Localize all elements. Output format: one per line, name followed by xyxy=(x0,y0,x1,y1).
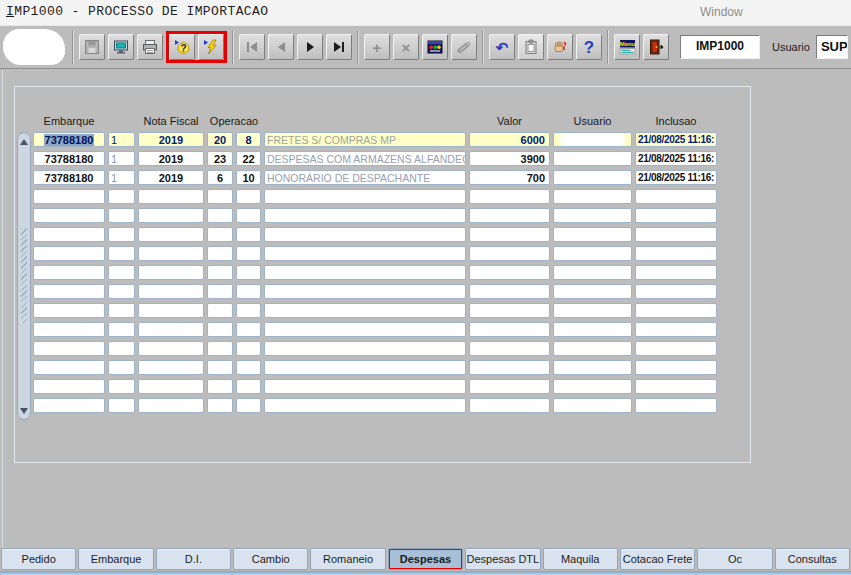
first-record-button[interactable] xyxy=(239,34,265,60)
cell-usuario[interactable] xyxy=(553,284,632,299)
cell-inclusao[interactable] xyxy=(635,284,717,299)
cell-descricao[interactable] xyxy=(264,246,466,261)
tab-consultas[interactable]: Consultas xyxy=(775,548,850,570)
cell-valor[interactable]: 6000 xyxy=(469,132,550,147)
cell-valor[interactable] xyxy=(469,379,550,394)
cell-operacao-1[interactable] xyxy=(207,227,233,242)
cell-inclusao[interactable]: 21/08/2025 11:16: xyxy=(635,170,717,185)
cell-operacao-1[interactable] xyxy=(207,360,233,375)
cell-usuario[interactable] xyxy=(553,132,632,147)
cell-operacao-2[interactable] xyxy=(236,360,261,375)
print-button[interactable] xyxy=(137,34,163,60)
cell-usuario[interactable] xyxy=(553,360,632,375)
cell-inclusao[interactable] xyxy=(635,322,717,337)
cell-nota-fiscal[interactable] xyxy=(138,227,204,242)
cell-operacao-1[interactable] xyxy=(207,189,233,204)
cell-inclusao[interactable] xyxy=(635,398,717,413)
cell-seq[interactable] xyxy=(108,379,135,394)
cell-nota-fiscal[interactable]: 2019 xyxy=(138,132,204,147)
cell-embarque[interactable] xyxy=(33,265,105,280)
cell-operacao-1[interactable] xyxy=(207,398,233,413)
cell-inclusao[interactable] xyxy=(635,360,717,375)
save-button[interactable] xyxy=(79,34,105,60)
cell-valor[interactable] xyxy=(469,246,550,261)
cell-descricao[interactable] xyxy=(264,284,466,299)
edit-form-button[interactable] xyxy=(422,34,448,60)
cell-seq[interactable] xyxy=(108,303,135,318)
cell-valor[interactable]: 700 xyxy=(469,170,550,185)
cell-nota-fiscal[interactable] xyxy=(138,208,204,223)
cell-descricao[interactable] xyxy=(264,227,466,242)
cell-embarque[interactable] xyxy=(33,208,105,223)
tab-pedido[interactable]: Pedido xyxy=(1,548,76,570)
display-button[interactable] xyxy=(108,34,134,60)
cell-operacao-2[interactable] xyxy=(236,265,261,280)
cell-seq[interactable]: 1 xyxy=(108,151,135,166)
tab-embarque[interactable]: Embarque xyxy=(78,548,153,570)
cell-inclusao[interactable] xyxy=(635,189,717,204)
insert-record-button[interactable]: + xyxy=(364,34,390,60)
cell-valor[interactable] xyxy=(469,322,550,337)
cell-valor[interactable] xyxy=(469,265,550,280)
cell-descricao[interactable] xyxy=(264,322,466,337)
cell-embarque[interactable] xyxy=(33,322,105,337)
cell-inclusao[interactable]: 21/08/2025 11:16: xyxy=(635,151,717,166)
cell-operacao-1[interactable] xyxy=(207,208,233,223)
cell-operacao-1[interactable] xyxy=(207,265,233,280)
cell-nota-fiscal[interactable] xyxy=(138,265,204,280)
cell-embarque[interactable]: 73788180 xyxy=(33,170,105,185)
cell-seq[interactable] xyxy=(108,246,135,261)
tab-despesas-dtl[interactable]: Despesas DTL xyxy=(465,548,540,570)
cell-embarque[interactable] xyxy=(33,284,105,299)
grid-scrollbar[interactable] xyxy=(17,132,31,420)
cell-usuario[interactable] xyxy=(553,189,632,204)
cell-operacao-2[interactable] xyxy=(236,208,261,223)
tab-despesas[interactable]: Despesas xyxy=(388,548,463,570)
cell-seq[interactable] xyxy=(108,398,135,413)
cell-descricao[interactable]: HONORÁRIO DE DESPACHANTE xyxy=(264,170,466,185)
clear-field-button[interactable] xyxy=(451,34,477,60)
cell-nota-fiscal[interactable] xyxy=(138,360,204,375)
cell-operacao-1[interactable] xyxy=(207,246,233,261)
cell-seq[interactable] xyxy=(108,341,135,356)
cell-embarque[interactable] xyxy=(33,398,105,413)
help-button[interactable]: ? xyxy=(576,34,602,60)
last-record-button[interactable] xyxy=(326,34,352,60)
cell-descricao[interactable]: FRETES S/ COMPRAS MP xyxy=(264,132,466,147)
cell-descricao[interactable] xyxy=(264,303,466,318)
cell-seq[interactable] xyxy=(108,208,135,223)
cell-operacao-2[interactable] xyxy=(236,227,261,242)
cell-descricao[interactable] xyxy=(264,379,466,394)
cell-embarque[interactable]: 73788180 xyxy=(33,132,105,147)
cell-operacao-2[interactable] xyxy=(236,189,261,204)
cell-usuario[interactable] xyxy=(553,379,632,394)
cell-usuario[interactable] xyxy=(553,151,632,166)
cell-operacao-2[interactable]: 22 xyxy=(236,151,261,166)
cell-embarque[interactable] xyxy=(33,341,105,356)
cell-valor[interactable] xyxy=(469,189,550,204)
cell-usuario[interactable] xyxy=(553,265,632,280)
cell-usuario[interactable] xyxy=(553,246,632,261)
cell-nota-fiscal[interactable]: 2019 xyxy=(138,170,204,185)
cell-operacao-2[interactable] xyxy=(236,246,261,261)
cell-usuario[interactable] xyxy=(553,303,632,318)
cell-operacao-1[interactable]: 23 xyxy=(207,151,233,166)
scrollbar-up-button[interactable] xyxy=(19,135,29,148)
cell-operacao-2[interactable]: 8 xyxy=(236,132,261,147)
tab-cotacao-frete[interactable]: Cotacao Frete xyxy=(620,548,695,570)
cell-operacao-2[interactable] xyxy=(236,303,261,318)
cell-usuario[interactable] xyxy=(553,208,632,223)
cell-nota-fiscal[interactable] xyxy=(138,379,204,394)
cell-operacao-2[interactable]: 10 xyxy=(236,170,261,185)
cell-seq[interactable] xyxy=(108,322,135,337)
cell-operacao-1[interactable]: 20 xyxy=(207,132,233,147)
cell-operacao-1[interactable] xyxy=(207,322,233,337)
cell-inclusao[interactable] xyxy=(635,341,717,356)
cell-operacao-2[interactable] xyxy=(236,398,261,413)
cell-embarque[interactable] xyxy=(33,246,105,261)
cell-embarque[interactable] xyxy=(33,189,105,204)
cell-nota-fiscal[interactable] xyxy=(138,246,204,261)
cell-embarque[interactable] xyxy=(33,379,105,394)
lock-record-button[interactable] xyxy=(547,34,573,60)
cell-inclusao[interactable] xyxy=(635,246,717,261)
